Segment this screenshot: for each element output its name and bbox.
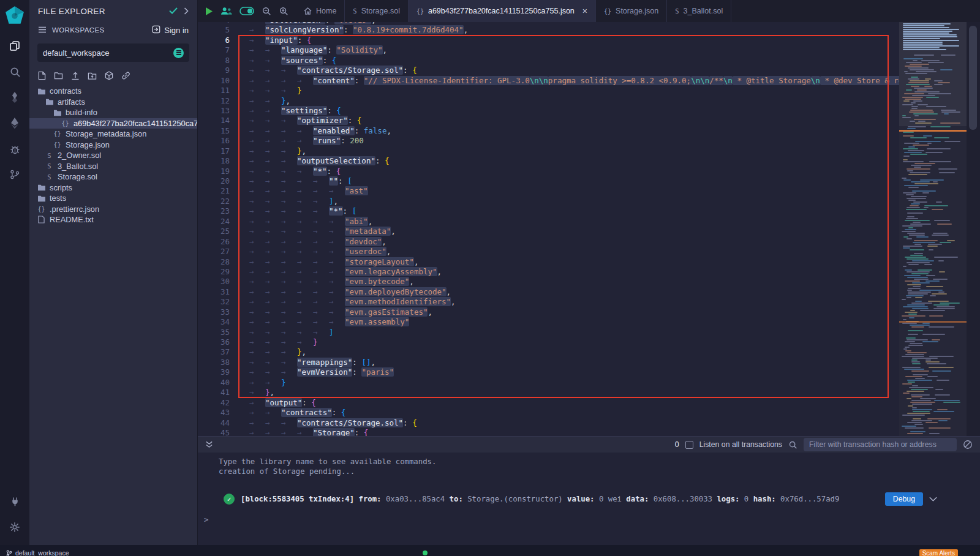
sidebar-item-a69b43f277ba20fcac141151250ca7[interactable]: {}a69b43f277ba20fcac141151250ca7... <box>29 118 197 129</box>
ipfs-box-icon[interactable] <box>105 71 113 80</box>
code-line-38[interactable]: 38→→→"remappings": [], <box>198 358 899 367</box>
sidebar-item-prettierrc-json[interactable]: {}.prettierrc.json <box>29 204 197 215</box>
code-line-32[interactable]: 32→→→→→→"evm.methodIdentifiers", <box>198 297 899 307</box>
code-line-42[interactable]: 42→"output": { <box>198 398 899 408</box>
code-line-21[interactable]: 21→→→→→→"ast" <box>198 186 899 196</box>
code-line-13[interactable]: 13→→"settings": { <box>198 106 899 116</box>
sidebar-item-build-info[interactable]: build-info <box>29 107 197 118</box>
code-line-11[interactable]: 11→→→} <box>198 86 899 96</box>
workspace-menu-icon[interactable] <box>173 48 184 58</box>
sidebar-item-artifacts[interactable]: artifacts <box>29 97 197 108</box>
code-line-12[interactable]: 12→→}, <box>198 96 899 106</box>
sidebar-item-storage-sol[interactable]: SStorage.sol <box>29 171 197 182</box>
code-line-44[interactable]: 44→→→"contracts/Storage.sol": { <box>198 418 899 428</box>
solidity-compiler-icon[interactable] <box>0 85 29 110</box>
toggle-icon[interactable] <box>239 7 254 15</box>
zoom-in-icon[interactable] <box>279 6 288 16</box>
transaction-filter-input[interactable] <box>804 438 957 451</box>
sidebar-item-readme-txt[interactable]: README.txt <box>29 214 197 225</box>
code-line-22[interactable]: 22→→→→→], <box>198 197 899 206</box>
git-icon[interactable] <box>0 162 29 187</box>
deploy-run-icon[interactable] <box>0 110 29 136</box>
sidebar-item-storage-json[interactable]: {}Storage.json <box>29 140 197 151</box>
hamburger-menu-icon[interactable] <box>38 26 47 35</box>
code-line-36[interactable]: 36→→→→} <box>198 337 899 347</box>
upload-folder-icon[interactable] <box>88 71 97 80</box>
code-line-39[interactable]: 39→→→"evmVersion": "paris" <box>198 367 899 377</box>
status-workspace[interactable]: default_workspace <box>6 546 69 556</box>
users-icon[interactable] <box>221 7 232 15</box>
terminal-output[interactable]: Type the library name to see available c… <box>198 453 980 545</box>
workspace-select[interactable]: default_workspace <box>37 43 189 62</box>
code-line-24[interactable]: 24→→→→→→"abi", <box>198 217 899 227</box>
new-file-icon[interactable] <box>38 71 46 80</box>
code-line-9[interactable]: 9→→→"contracts/Storage.sol": { <box>198 66 899 75</box>
tab-3-ballot-sol[interactable]: S3_Ballot.sol <box>667 0 731 22</box>
code-line-29[interactable]: 29→→→→→→"evm.legacyAssembly", <box>198 267 899 277</box>
terminal-prompt[interactable]: > <box>198 516 980 524</box>
plugin-manager-icon[interactable] <box>0 489 29 514</box>
upload-file-icon[interactable] <box>71 71 80 80</box>
sidebar-item-scripts[interactable]: scripts <box>29 182 197 193</box>
code-line-6[interactable]: 6→"input": { <box>198 36 899 45</box>
code-line-7[interactable]: 7→→"language": "Solidity", <box>198 45 899 55</box>
sidebar-item-storage-metadata-json[interactable]: {}Storage_metadata.json <box>29 129 197 140</box>
code-line-26[interactable]: 26→→→→→→"devdoc", <box>198 237 899 247</box>
sidebar-item-3-ballot-sol[interactable]: S3_Ballot.sol <box>29 161 197 172</box>
code-line-10[interactable]: 10→→→→"content": "// SPDX-License-Identi… <box>198 76 899 86</box>
code-line-8[interactable]: 8→→"sources": { <box>198 56 899 66</box>
scam-alerts-badge[interactable]: Scam Alerts <box>919 549 958 556</box>
editor-scrollbar[interactable] <box>967 22 980 436</box>
run-script-button[interactable] <box>205 7 213 16</box>
settings-gear-icon[interactable] <box>0 514 29 540</box>
sign-in-button[interactable]: Sign in <box>152 25 189 36</box>
zoom-out-icon[interactable] <box>262 6 271 16</box>
code-line-5[interactable]: 5→"solcLongVersion": "0.8.19+commit.7dd6… <box>198 25 899 35</box>
code-line-43[interactable]: 43→→"contracts": { <box>198 408 899 418</box>
new-folder-icon[interactable] <box>54 71 63 80</box>
terminal-search-icon[interactable] <box>788 440 797 449</box>
code-line-31[interactable]: 31→→→→→→"evm.deployedBytecode", <box>198 287 899 297</box>
tab-home[interactable]: Home <box>296 0 345 22</box>
tab-storage-json[interactable]: {}Storage.json <box>596 0 667 22</box>
code-area[interactable]: 4→"solcVersion": "0.8.19",5→"solcLongVer… <box>198 22 899 436</box>
code-line-15[interactable]: 15→→→→"enabled": false, <box>198 126 899 136</box>
code-line-37[interactable]: 37→→→}, <box>198 347 899 357</box>
debug-button[interactable]: Debug <box>885 492 923 506</box>
code-line-41[interactable]: 41→}, <box>198 388 899 397</box>
scrollbar-thumb[interactable] <box>969 26 977 130</box>
expand-transaction-icon[interactable] <box>929 497 937 502</box>
code-line-18[interactable]: 18→→→"outputSelection": { <box>198 156 899 166</box>
code-line-30[interactable]: 30→→→→→→"evm.bytecode", <box>198 277 899 287</box>
code-line-17[interactable]: 17→→→}, <box>198 146 899 156</box>
code-line-19[interactable]: 19→→→→"*": { <box>198 167 899 176</box>
tab-storage-sol[interactable]: SStorage.sol <box>345 0 409 22</box>
code-line-45[interactable]: 45→→→→"Storage": { <box>198 428 899 436</box>
sidebar-item-contracts[interactable]: contracts <box>29 86 197 97</box>
code-line-35[interactable]: 35→→→→→] <box>198 328 899 337</box>
debugger-icon[interactable] <box>0 136 29 162</box>
code-line-40[interactable]: 40→→} <box>198 378 899 388</box>
expand-terminal-icon[interactable] <box>205 441 213 448</box>
minimap[interactable] <box>899 22 967 436</box>
file-explorer-icon[interactable] <box>0 33 29 59</box>
code-line-23[interactable]: 23→→→→→"*": [ <box>198 206 899 216</box>
code-line-14[interactable]: 14→→→"optimizer": { <box>198 116 899 126</box>
code-line-33[interactable]: 33→→→→→→"evm.gasEstimates", <box>198 307 899 317</box>
code-line-28[interactable]: 28→→→→→→"storageLayout", <box>198 257 899 267</box>
code-line-25[interactable]: 25→→→→→→"metadata", <box>198 227 899 236</box>
panel-chevron-icon[interactable] <box>184 6 189 17</box>
link-icon[interactable] <box>121 71 130 80</box>
accept-check-icon[interactable] <box>169 7 178 16</box>
close-tab-icon[interactable]: × <box>582 7 587 15</box>
search-icon[interactable] <box>0 59 29 85</box>
tab-a69b43f277ba20fcac141151250ca755-json[interactable]: {}a69b43f277ba20fcac141151250ca755.json× <box>409 0 596 22</box>
listen-checkbox[interactable] <box>685 441 693 449</box>
code-line-20[interactable]: 20→→→→→"": [ <box>198 176 899 186</box>
transaction-log-row[interactable]: ✓ [block:5583405 txIndex:4] from: 0xa03.… <box>198 492 980 506</box>
code-line-27[interactable]: 27→→→→→→"userdoc", <box>198 247 899 257</box>
code-line-16[interactable]: 16→→→→"runs": 200 <box>198 136 899 146</box>
remix-logo-icon[interactable] <box>4 5 25 26</box>
clear-console-icon[interactable] <box>963 440 973 449</box>
sidebar-item-tests[interactable]: tests <box>29 193 197 204</box>
